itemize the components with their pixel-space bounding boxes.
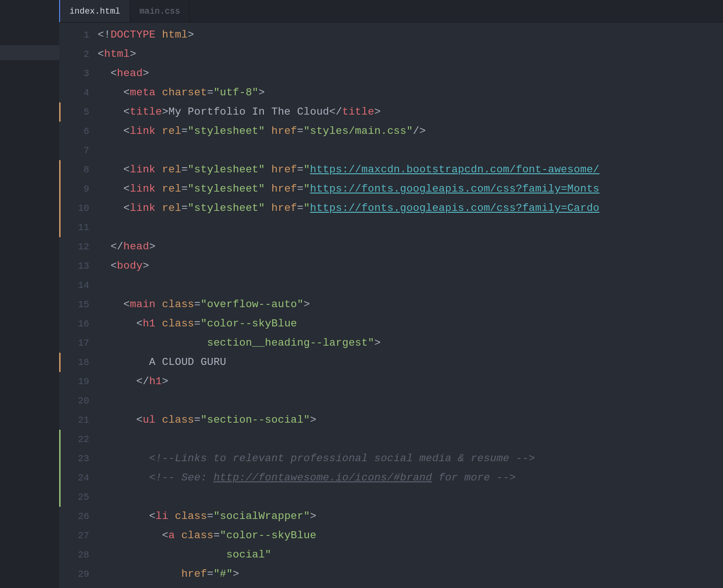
token-pn: </ (98, 240, 123, 253)
code-line[interactable]: <main class="overflow--auto"> (98, 295, 723, 314)
line-number-text: 1 (84, 30, 89, 40)
code-line[interactable]: href="#"> (98, 565, 723, 584)
token-st: "section--social" (200, 414, 310, 426)
code-line[interactable]: <!--Links to relevant professional socia… (98, 449, 723, 468)
token-tg: main (130, 298, 156, 310)
code-line[interactable]: section__heading--largest"> (98, 333, 723, 353)
token-pn: > (233, 568, 239, 580)
token-cl: http://fontawesome.io/icons/#brand (214, 472, 432, 484)
token-pn: > (162, 106, 169, 118)
line-number: 23 (59, 449, 98, 468)
line-number: 4 (59, 83, 98, 102)
token-st: "color--skyBlue (200, 317, 297, 330)
token-pn: </ (329, 106, 342, 118)
line-number: 13 (59, 256, 98, 276)
line-number-text: 24 (78, 472, 89, 483)
code-line[interactable] (98, 430, 723, 449)
code-line[interactable]: <link rel="stylesheet" href="https://fon… (98, 199, 723, 218)
code-line[interactable] (98, 218, 723, 237)
line-number: 22 (59, 430, 98, 449)
token-at: href (98, 568, 207, 580)
token-tg: body (117, 260, 143, 272)
token-st: social" (98, 549, 271, 561)
code-line[interactable]: <!-- See: http://fontawesome.io/icons/#b… (98, 468, 723, 487)
token-pn: = (207, 510, 214, 522)
git-marker-orange (59, 218, 61, 237)
code-line[interactable]: <link rel="stylesheet" href="styles/main… (98, 122, 723, 141)
token-at: class (169, 510, 207, 522)
token-tg: meta (130, 86, 156, 99)
code-line[interactable]: social" (98, 545, 723, 565)
token-pn: < (98, 106, 130, 118)
token-pn: > (149, 240, 156, 253)
code-line[interactable]: <body> (98, 256, 723, 276)
token-tx: My Portfolio In The Cloud (169, 106, 330, 118)
token-at: href (265, 125, 297, 137)
main-area: index.htmlmain.css 123456789101112131415… (59, 0, 723, 588)
line-number: 16 (59, 314, 98, 333)
line-number-text: 3 (84, 68, 89, 79)
code-line[interactable]: <!DOCTYPE html> (98, 25, 723, 45)
line-number: 5 (59, 102, 98, 122)
sidebar-selected-file[interactable] (0, 45, 59, 60)
line-number: 24 (59, 468, 98, 487)
code-line[interactable]: <link rel="stylesheet" href="https://fon… (98, 179, 723, 199)
code-line[interactable]: <link rel="stylesheet" href="https://max… (98, 160, 723, 179)
line-number-text: 20 (78, 395, 89, 406)
tab-main-css[interactable]: main.css (130, 0, 190, 22)
git-marker-green (59, 468, 61, 487)
line-number-text: 10 (78, 203, 89, 214)
git-marker-orange (59, 160, 61, 179)
code-line[interactable]: </head> (98, 237, 723, 256)
code-line[interactable]: <html> (98, 45, 723, 64)
code-line[interactable]: </h1> (98, 372, 723, 391)
code-line[interactable]: <li class="socialWrapper"> (98, 507, 723, 526)
line-number-text: 6 (84, 126, 89, 137)
line-number: 18 (59, 353, 98, 372)
token-cm: for more --> (432, 472, 516, 484)
line-number-text: 23 (78, 453, 89, 464)
token-tg: li (155, 510, 168, 522)
code-line[interactable] (98, 487, 723, 507)
code-line[interactable]: <h1 class="color--skyBlue (98, 314, 723, 333)
code-editor[interactable]: 1234567891011121314151617181920212223242… (59, 23, 723, 588)
code-line[interactable]: <head> (98, 64, 723, 83)
git-marker-green (59, 487, 61, 507)
token-tg: link (130, 183, 156, 195)
line-number: 20 (59, 391, 98, 410)
token-at: charset (155, 86, 207, 99)
code-line[interactable]: <a class="color--skyBlue (98, 526, 723, 545)
token-st: "stylesheet" (188, 125, 265, 137)
token-st: "styles/main.css" (304, 125, 413, 137)
token-pn: < (98, 86, 130, 99)
line-number-text: 17 (78, 338, 89, 348)
code-line[interactable] (98, 141, 723, 160)
line-number: 8 (59, 160, 98, 179)
tab-index-html[interactable]: index.html (59, 0, 130, 22)
code-area[interactable]: <!DOCTYPE html><html> <head> <meta chars… (98, 23, 723, 588)
token-tg: ul (143, 414, 155, 426)
token-pn: < (98, 125, 130, 137)
token-pn: < (98, 163, 130, 176)
line-number-text: 4 (84, 87, 89, 98)
token-pn: = (207, 568, 214, 580)
code-line[interactable]: <ul class="section--social"> (98, 410, 723, 430)
line-number: 17 (59, 333, 98, 353)
token-at: rel (155, 163, 181, 176)
token-st: "stylesheet" (188, 163, 265, 176)
code-line[interactable]: <title>My Portfolio In The Cloud</title> (98, 102, 723, 122)
project-sidebar[interactable] (0, 0, 59, 588)
tab-bar: index.htmlmain.css (59, 0, 723, 23)
token-pn: < (98, 202, 130, 214)
token-st: "color--skyBlue (220, 529, 316, 542)
token-tg: head (117, 67, 143, 79)
line-number: 28 (59, 545, 98, 565)
code-line[interactable]: <meta charset="utf-8"> (98, 83, 723, 102)
token-pn: = (207, 86, 214, 99)
token-tg: head (123, 240, 149, 253)
git-marker-orange (59, 199, 61, 218)
code-line[interactable] (98, 276, 723, 295)
line-number: 15 (59, 295, 98, 314)
code-line[interactable] (98, 391, 723, 410)
code-line[interactable]: A CLOUD GURU (98, 353, 723, 372)
